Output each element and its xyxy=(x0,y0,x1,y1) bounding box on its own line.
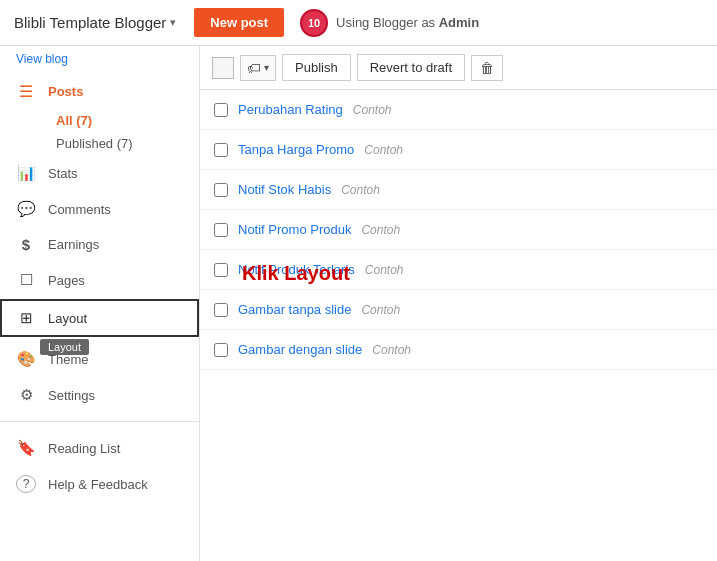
post-checkbox[interactable] xyxy=(214,303,228,317)
sidebar-reading-label: Reading List xyxy=(48,441,120,456)
sidebar-item-pages[interactable]: ☐ Pages xyxy=(0,262,199,298)
table-row: Gambar dengan slide Contoh xyxy=(200,330,717,370)
help-icon: ? xyxy=(16,475,36,493)
post-title-link[interactable]: Notif Stok Habis xyxy=(238,182,331,197)
posts-icon: ☰ xyxy=(16,82,36,101)
posts-toolbar: 🏷 ▾ Publish Revert to draft 🗑 xyxy=(200,46,717,90)
title-caret-icon[interactable]: ▾ xyxy=(170,16,176,29)
post-checkbox[interactable] xyxy=(214,183,228,197)
post-title-link[interactable]: Gambar tanpa slide xyxy=(238,302,351,317)
avatar: 10 xyxy=(300,9,328,37)
layout-tooltip: Layout xyxy=(40,339,89,355)
table-row: Perubahan Rating Contoh xyxy=(200,90,717,130)
table-row: Tanpa Harga Promo Contoh xyxy=(200,130,717,170)
post-checkbox[interactable] xyxy=(214,263,228,277)
post-label: Contoh xyxy=(341,183,380,197)
post-label: Contoh xyxy=(353,103,392,117)
post-label: Contoh xyxy=(372,343,411,357)
comments-icon: 💬 xyxy=(16,200,36,218)
revert-to-draft-button[interactable]: Revert to draft xyxy=(357,54,465,81)
sidebar-layout-label: Layout xyxy=(48,311,87,326)
layout-icon: ⊞ xyxy=(16,309,36,327)
delete-button[interactable]: 🗑 xyxy=(471,55,503,81)
sidebar-posts-label: Posts xyxy=(48,84,83,99)
publish-button[interactable]: Publish xyxy=(282,54,351,81)
sidebar-item-posts[interactable]: ☰ Posts xyxy=(0,74,199,109)
new-post-button[interactable]: New post xyxy=(194,8,284,37)
settings-icon: ⚙ xyxy=(16,386,36,404)
post-title-link[interactable]: Tanpa Harga Promo xyxy=(238,142,354,157)
select-all-checkbox[interactable] xyxy=(212,57,234,79)
post-label: Contoh xyxy=(361,223,400,237)
earnings-icon: $ xyxy=(16,236,36,253)
post-title-link[interactable]: Notif Promo Produk xyxy=(238,222,351,237)
sidebar-comments-label: Comments xyxy=(48,202,111,217)
sidebar-item-settings[interactable]: ⚙ Settings xyxy=(0,377,199,413)
sidebar-earnings-label: Earnings xyxy=(48,237,99,252)
post-label: Contoh xyxy=(364,143,403,157)
table-row: Notif Promo Produk Contoh xyxy=(200,210,717,250)
table-row: Notif Produk Terlaris Contoh xyxy=(200,250,717,290)
stats-icon: 📊 xyxy=(16,164,36,182)
sidebar-sub-all[interactable]: All (7) xyxy=(48,109,199,132)
label-tag-icon: 🏷 xyxy=(247,60,261,76)
app-title: Blibli Template Blogger xyxy=(14,14,166,31)
reading-list-icon: 🔖 xyxy=(16,439,36,457)
sidebar-item-comments[interactable]: 💬 Comments xyxy=(0,191,199,227)
post-title-link[interactable]: Perubahan Rating xyxy=(238,102,343,117)
sidebar-stats-label: Stats xyxy=(48,166,78,181)
table-row: Notif Stok Habis Contoh xyxy=(200,170,717,210)
table-row: Gambar tanpa slide Contoh xyxy=(200,290,717,330)
post-label: Contoh xyxy=(361,303,400,317)
post-list: Perubahan Rating Contoh Tanpa Harga Prom… xyxy=(200,90,717,561)
post-title-link[interactable]: Notif Produk Terlaris xyxy=(238,262,355,277)
sidebar: View blog ☰ Posts All (7) Published (7) … xyxy=(0,46,200,561)
app-header: Blibli Template Blogger ▾ New post 10 Us… xyxy=(0,0,717,46)
sidebar-item-earnings[interactable]: $ Earnings xyxy=(0,227,199,262)
sidebar-help-label: Help & Feedback xyxy=(48,477,148,492)
label-dropdown-button[interactable]: 🏷 ▾ xyxy=(240,55,276,81)
pages-icon: ☐ xyxy=(16,271,36,289)
user-label: Using Blogger as Admin xyxy=(336,15,479,30)
theme-icon: 🎨 xyxy=(16,350,36,368)
main-content: Klik Layout 🏷 ▾ Publish Revert to draft … xyxy=(200,46,717,561)
sidebar-settings-label: Settings xyxy=(48,388,95,403)
label-caret-icon: ▾ xyxy=(264,62,269,73)
sidebar-item-help[interactable]: ? Help & Feedback xyxy=(0,466,199,502)
sidebar-item-stats[interactable]: 📊 Stats xyxy=(0,155,199,191)
sidebar-item-theme[interactable]: 🎨 Theme xyxy=(0,341,199,377)
app-body: View blog ☰ Posts All (7) Published (7) … xyxy=(0,46,717,561)
sidebar-item-reading-list[interactable]: 🔖 Reading List xyxy=(0,430,199,466)
post-checkbox[interactable] xyxy=(214,223,228,237)
post-checkbox[interactable] xyxy=(214,103,228,117)
post-title-link[interactable]: Gambar dengan slide xyxy=(238,342,362,357)
view-blog-link[interactable]: View blog xyxy=(0,46,199,74)
sidebar-item-layout[interactable]: ⊞ Layout Layout xyxy=(0,299,199,337)
post-label: Contoh xyxy=(365,263,404,277)
sidebar-sub: All (7) Published (7) xyxy=(0,109,199,155)
sidebar-pages-label: Pages xyxy=(48,273,85,288)
post-checkbox[interactable] xyxy=(214,143,228,157)
sidebar-sub-published[interactable]: Published (7) xyxy=(48,132,199,155)
post-checkbox[interactable] xyxy=(214,343,228,357)
user-info: 10 Using Blogger as Admin xyxy=(300,9,479,37)
